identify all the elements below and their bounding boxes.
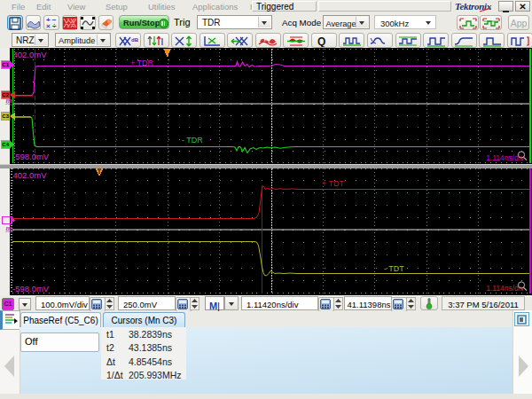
svg-text:C4: C4: [2, 142, 9, 147]
svg-text:-598.0mV: -598.0mV: [12, 152, 50, 161]
svg-text:C1: C1: [2, 62, 9, 67]
svg-text:C3: C3: [2, 113, 9, 119]
svg-text:dB: dB: [131, 37, 138, 43]
svg-text:+ TDR: + TDR: [130, 59, 154, 67]
svg-text:402.0mV: 402.0mV: [13, 50, 48, 59]
svg-text:- TDR: - TDR: [182, 136, 203, 145]
svg-text:Q: Q: [317, 35, 325, 47]
svg-text:+ TDT: + TDT: [322, 179, 345, 188]
svg-text:1.114ns/div: 1.114ns/div: [486, 153, 525, 162]
svg-text:1.114ns/div: 1.114ns/div: [486, 284, 525, 293]
svg-text:-598.0mV: -598.0mV: [12, 284, 50, 293]
svg-text:402.0mV: 402.0mV: [13, 170, 48, 180]
svg-text:- TDT: - TDT: [384, 264, 404, 273]
